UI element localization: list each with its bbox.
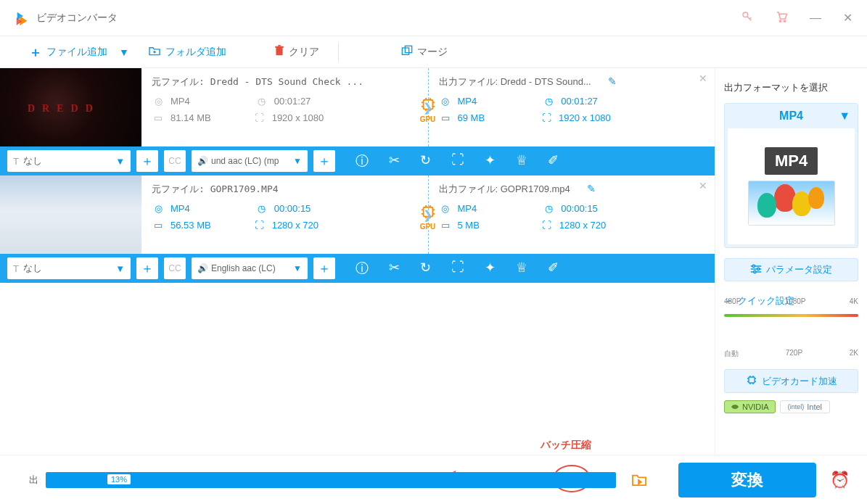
output-size: 69 MB (458, 112, 485, 123)
output-path-bar[interactable]: 13% (46, 472, 616, 488)
source-filename: 元ファイル: Dredd - DTS Sound Check ... (152, 75, 418, 88)
add-audio-button[interactable]: ＋ (313, 150, 335, 172)
clock-icon: ◷ (255, 203, 268, 214)
video-thumbnail[interactable] (0, 68, 141, 146)
folder-plus-icon (148, 46, 161, 58)
item-action-bar: T なし ▼ ＋ CC 🔊 English aac (LC) ▼ ＋ ⓘ ✂ ↻… (0, 254, 715, 283)
effects-icon[interactable]: ✦ (485, 152, 496, 170)
quality-labels-bottom: 自動 720P 2K (724, 349, 858, 359)
output-duration: 00:01:27 (561, 96, 598, 107)
caret-down-icon: ▼ (293, 156, 302, 166)
format-preview: MP4 (728, 128, 855, 244)
gpu-accel-button[interactable]: ビデオカード加速 (724, 369, 858, 393)
audio-select[interactable]: 🔊 English aac (LC) ▼ (192, 257, 308, 279)
rotate-icon[interactable]: ↻ (420, 260, 431, 277)
clear-button[interactable]: クリア (274, 45, 319, 59)
source-size: 56.53 MB (170, 220, 211, 231)
output-column: ❯ ✕ 出力ファイル: GOPR1709.mp4 ✎ ◎MP4 ◷00:00:1… (429, 175, 715, 254)
add-subtitle-button[interactable]: ＋ (136, 150, 158, 172)
source-size: 81.14 MB (170, 112, 211, 123)
sliders-icon (750, 264, 762, 276)
window-controls: — ✕ (741, 10, 852, 26)
chip-icon (746, 374, 757, 388)
file-row: 元ファイル: Dredd - DTS Sound Check ... ◎MP4 … (0, 68, 715, 175)
svg-rect-5 (278, 45, 280, 46)
nvidia-badge: NVIDIA (724, 400, 776, 413)
dropdown-caret-icon: ▼ (119, 46, 129, 58)
clear-label: クリア (289, 46, 319, 59)
parameter-settings-button[interactable]: パラメータ設定 (724, 258, 858, 281)
cut-icon[interactable]: ✂ (389, 260, 400, 277)
rotate-icon[interactable]: ↻ (420, 152, 431, 170)
app-title: ビデオコンバータ (36, 12, 118, 25)
svg-point-2 (784, 20, 785, 21)
quality-slider[interactable] (724, 314, 858, 336)
clock-icon: ◷ (542, 203, 555, 214)
crop-icon[interactable]: ⛶ (451, 152, 464, 170)
resolution-icon: ⛶ (253, 220, 266, 231)
resolution-icon: ⛶ (540, 112, 553, 123)
add-file-label: ファイル追加 (46, 46, 107, 59)
subtitle-select[interactable]: T なし ▼ (7, 257, 131, 279)
param-label: パラメータ設定 (766, 263, 832, 276)
folder-icon: ▭ (439, 112, 452, 123)
format-selector[interactable]: MP4 ▼ MP4 (724, 103, 858, 248)
output-filename: 出力ファイル: Dredd - DTS Sound... ✎ (439, 75, 705, 88)
cc-button[interactable]: CC (164, 150, 186, 172)
edit-filename-button[interactable]: ✎ (587, 183, 596, 194)
merge-button[interactable]: マージ (401, 45, 448, 59)
minimize-button[interactable]: — (810, 12, 821, 25)
sidebar-title: 出力フォーマットを選択 (724, 81, 858, 94)
quick-settings: ＋ クイック設定 480P 1080P 4K 自動 720P 2K (724, 294, 858, 359)
convert-button[interactable]: 変換 (678, 463, 816, 497)
close-button[interactable]: ✕ (843, 11, 852, 25)
edit-tools: ⓘ ✂ ↻ ⛶ ✦ ♕ ✐ (356, 260, 559, 277)
toolbar-separator (338, 43, 339, 62)
format-icon: ◎ (152, 203, 165, 214)
add-subtitle-button[interactable]: ＋ (136, 257, 158, 279)
subtitle-value: なし (23, 262, 42, 275)
edit-filename-button[interactable]: ✎ (608, 75, 617, 87)
add-folder-label: フォルダ追加 (165, 46, 226, 59)
audio-select[interactable]: 🔊 und aac (LC) (mp ▼ (192, 150, 308, 172)
vendor-badges: NVIDIA (intel) Intel (724, 400, 858, 413)
add-file-button[interactable]: ＋ ファイル追加 ▼ (29, 44, 129, 61)
resolution-icon: ⛶ (541, 220, 554, 231)
add-audio-button[interactable]: ＋ (313, 257, 335, 279)
video-thumbnail[interactable] (0, 175, 141, 254)
cut-icon[interactable]: ✂ (389, 152, 400, 170)
app-logo: ビデオコンバータ (15, 10, 118, 26)
folder-icon: ▭ (152, 112, 165, 123)
schedule-button[interactable]: ⏰ (826, 467, 852, 493)
subtitle-select[interactable]: T なし ▼ (7, 150, 131, 172)
edit-icon[interactable]: ✐ (548, 152, 559, 170)
add-folder-button[interactable]: フォルダ追加 (148, 46, 226, 59)
text-icon: T (13, 263, 19, 274)
caret-down-icon: ▼ (839, 110, 850, 123)
cart-icon[interactable] (775, 10, 788, 26)
convert-label: 変換 (731, 469, 763, 491)
remove-item-button[interactable]: ✕ (699, 180, 707, 191)
crop-icon[interactable]: ⛶ (451, 260, 464, 277)
svg-point-10 (752, 265, 755, 267)
effects-icon[interactable]: ✦ (485, 260, 496, 277)
file-list: 元ファイル: Dredd - DTS Sound Check ... ◎MP4 … (0, 68, 715, 455)
cc-button[interactable]: CC (164, 257, 186, 279)
watermark-icon[interactable]: ♕ (516, 152, 527, 170)
open-folder-button[interactable] (629, 470, 649, 490)
output-resolution: 1280 x 720 (559, 220, 606, 231)
watermark-icon[interactable]: ♕ (516, 260, 527, 277)
clock-icon: ◷ (542, 96, 555, 107)
source-duration: 00:00:15 (274, 203, 311, 214)
logo-icon (15, 10, 30, 26)
resolution-icon: ⛶ (253, 112, 266, 123)
sidebar: 出力フォーマットを選択 MP4 ▼ MP4 パラメータ設定 ＋ クイック設定 (715, 68, 867, 455)
edit-icon[interactable]: ✐ (548, 260, 559, 277)
key-icon[interactable] (741, 11, 753, 25)
remove-item-button[interactable]: ✕ (699, 73, 707, 84)
trash-icon (274, 45, 284, 59)
speaker-icon: 🔊 (197, 263, 208, 273)
intel-badge: (intel) Intel (780, 400, 830, 413)
info-icon[interactable]: ⓘ (356, 152, 369, 170)
info-icon[interactable]: ⓘ (356, 260, 369, 277)
